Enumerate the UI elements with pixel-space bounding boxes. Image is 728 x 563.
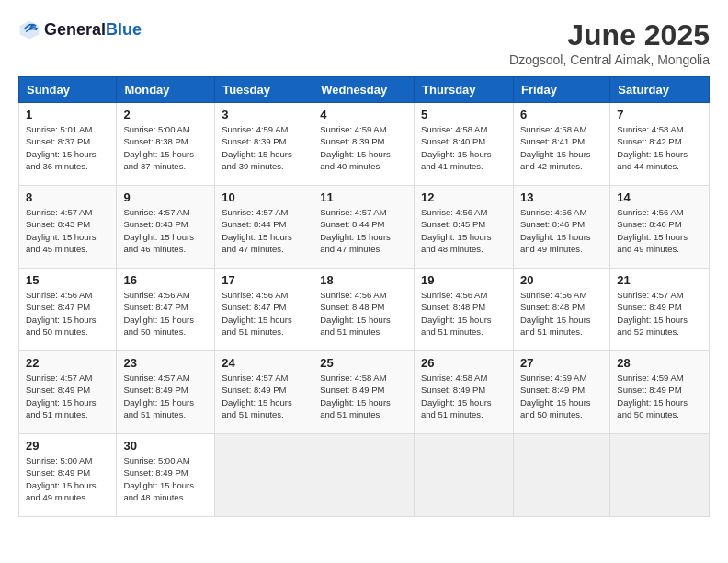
calendar-week-row: 22 Sunrise: 4:57 AM Sunset: 8:49 PM Dayl… <box>19 351 710 434</box>
calendar-cell: 12 Sunrise: 4:56 AM Sunset: 8:45 PM Dayl… <box>415 186 514 269</box>
day-number: 19 <box>421 273 506 287</box>
calendar-cell: 3 Sunrise: 4:59 AM Sunset: 8:39 PM Dayli… <box>215 103 313 186</box>
logo-general: General <box>44 20 106 39</box>
calendar-cell: 17 Sunrise: 4:56 AM Sunset: 8:47 PM Dayl… <box>215 269 313 351</box>
calendar-cell: 16 Sunrise: 4:56 AM Sunset: 8:47 PM Dayl… <box>117 269 215 351</box>
day-number: 5 <box>421 108 506 121</box>
calendar-cell: 30 Sunrise: 5:00 AM Sunset: 8:49 PM Dayl… <box>117 434 215 517</box>
calendar-cell: 26 Sunrise: 4:58 AM Sunset: 8:49 PM Dayl… <box>415 351 514 434</box>
weekday-header: Wednesday <box>313 77 415 103</box>
calendar-week-row: 15 Sunrise: 4:56 AM Sunset: 8:47 PM Dayl… <box>19 269 710 351</box>
calendar-cell: 4 Sunrise: 4:59 AM Sunset: 8:39 PM Dayli… <box>313 103 415 186</box>
calendar-cell: 15 Sunrise: 4:56 AM Sunset: 8:47 PM Dayl… <box>19 269 117 351</box>
calendar-cell <box>415 434 514 517</box>
calendar-cell: 18 Sunrise: 4:56 AM Sunset: 8:48 PM Dayl… <box>313 269 415 351</box>
calendar-table: SundayMondayTuesdayWednesdayThursdayFrid… <box>18 76 710 517</box>
day-info: Sunrise: 4:57 AM Sunset: 8:49 PM Dayligh… <box>617 289 702 338</box>
day-number: 22 <box>26 356 109 370</box>
day-number: 21 <box>617 273 702 287</box>
location-title: Dzogsool, Central Aimak, Mongolia <box>509 52 710 67</box>
weekday-header: Monday <box>117 77 215 103</box>
calendar-cell: 7 Sunrise: 4:58 AM Sunset: 8:42 PM Dayli… <box>610 103 710 186</box>
calendar-cell: 27 Sunrise: 4:59 AM Sunset: 8:49 PM Dayl… <box>513 351 609 434</box>
day-number: 3 <box>222 108 306 121</box>
day-info: Sunrise: 4:56 AM Sunset: 8:46 PM Dayligh… <box>520 206 603 255</box>
day-number: 11 <box>320 190 407 204</box>
day-number: 14 <box>617 190 702 204</box>
day-number: 1 <box>26 108 109 121</box>
logo-icon <box>18 18 40 40</box>
calendar-cell <box>313 434 415 517</box>
calendar-cell: 8 Sunrise: 4:57 AM Sunset: 8:43 PM Dayli… <box>19 186 117 269</box>
day-number: 27 <box>520 356 603 370</box>
day-info: Sunrise: 4:56 AM Sunset: 8:48 PM Dayligh… <box>320 289 407 338</box>
day-info: Sunrise: 4:57 AM Sunset: 8:49 PM Dayligh… <box>123 372 208 420</box>
day-number: 4 <box>320 108 407 121</box>
calendar-cell <box>610 434 710 517</box>
logo-blue: Blue <box>106 20 142 39</box>
calendar-cell: 24 Sunrise: 4:57 AM Sunset: 8:49 PM Dayl… <box>215 351 313 434</box>
day-number: 6 <box>520 108 603 121</box>
day-info: Sunrise: 4:58 AM Sunset: 8:41 PM Dayligh… <box>520 123 603 172</box>
day-number: 29 <box>26 439 109 453</box>
header: GeneralBlue June 2025 Dzogsool, Central … <box>18 18 710 67</box>
day-info: Sunrise: 5:00 AM Sunset: 8:38 PM Dayligh… <box>123 123 208 172</box>
day-info: Sunrise: 4:57 AM Sunset: 8:49 PM Dayligh… <box>222 372 306 420</box>
calendar-cell: 22 Sunrise: 4:57 AM Sunset: 8:49 PM Dayl… <box>19 351 117 434</box>
day-number: 20 <box>520 273 603 287</box>
day-number: 9 <box>123 190 208 204</box>
calendar-cell: 29 Sunrise: 5:00 AM Sunset: 8:49 PM Dayl… <box>19 434 117 517</box>
day-number: 12 <box>421 190 506 204</box>
day-info: Sunrise: 4:56 AM Sunset: 8:47 PM Dayligh… <box>123 289 208 338</box>
weekday-header: Friday <box>513 77 609 103</box>
calendar-cell <box>513 434 609 517</box>
day-number: 25 <box>320 356 407 370</box>
title-area: June 2025 Dzogsool, Central Aimak, Mongo… <box>509 18 710 67</box>
calendar-cell: 1 Sunrise: 5:01 AM Sunset: 8:37 PM Dayli… <box>19 103 117 186</box>
calendar-cell <box>215 434 313 517</box>
calendar-cell: 25 Sunrise: 4:58 AM Sunset: 8:49 PM Dayl… <box>313 351 415 434</box>
logo: GeneralBlue <box>18 18 142 40</box>
day-number: 8 <box>26 190 109 204</box>
calendar-cell: 6 Sunrise: 4:58 AM Sunset: 8:41 PM Dayli… <box>513 103 609 186</box>
calendar-cell: 5 Sunrise: 4:58 AM Sunset: 8:40 PM Dayli… <box>415 103 514 186</box>
day-info: Sunrise: 4:56 AM Sunset: 8:47 PM Dayligh… <box>26 289 109 338</box>
calendar-week-row: 29 Sunrise: 5:00 AM Sunset: 8:49 PM Dayl… <box>19 434 710 517</box>
day-number: 15 <box>26 273 109 287</box>
day-info: Sunrise: 4:57 AM Sunset: 8:49 PM Dayligh… <box>26 372 109 420</box>
calendar-cell: 20 Sunrise: 4:56 AM Sunset: 8:48 PM Dayl… <box>513 269 609 351</box>
logo-text: GeneralBlue <box>44 21 142 38</box>
calendar-week-row: 8 Sunrise: 4:57 AM Sunset: 8:43 PM Dayli… <box>19 186 710 269</box>
day-number: 10 <box>222 190 306 204</box>
calendar-cell: 14 Sunrise: 4:56 AM Sunset: 8:46 PM Dayl… <box>610 186 710 269</box>
weekday-header: Thursday <box>415 77 514 103</box>
day-number: 17 <box>222 273 306 287</box>
weekday-header: Saturday <box>610 77 710 103</box>
day-info: Sunrise: 5:01 AM Sunset: 8:37 PM Dayligh… <box>26 123 109 172</box>
weekday-header-row: SundayMondayTuesdayWednesdayThursdayFrid… <box>19 77 710 103</box>
weekday-header: Tuesday <box>215 77 313 103</box>
month-title: June 2025 <box>509 18 710 52</box>
day-info: Sunrise: 4:58 AM Sunset: 8:49 PM Dayligh… <box>421 372 506 420</box>
calendar-cell: 2 Sunrise: 5:00 AM Sunset: 8:38 PM Dayli… <box>117 103 215 186</box>
day-info: Sunrise: 4:59 AM Sunset: 8:49 PM Dayligh… <box>520 372 603 420</box>
day-info: Sunrise: 4:58 AM Sunset: 8:42 PM Dayligh… <box>617 123 702 172</box>
day-number: 26 <box>421 356 506 370</box>
day-number: 23 <box>123 356 208 370</box>
day-number: 30 <box>123 439 208 453</box>
day-info: Sunrise: 4:59 AM Sunset: 8:49 PM Dayligh… <box>617 372 702 420</box>
day-number: 18 <box>320 273 407 287</box>
calendar-cell: 28 Sunrise: 4:59 AM Sunset: 8:49 PM Dayl… <box>610 351 710 434</box>
day-number: 13 <box>520 190 603 204</box>
day-number: 2 <box>123 108 208 121</box>
day-info: Sunrise: 4:59 AM Sunset: 8:39 PM Dayligh… <box>222 123 306 172</box>
day-info: Sunrise: 4:56 AM Sunset: 8:47 PM Dayligh… <box>222 289 306 338</box>
day-info: Sunrise: 4:57 AM Sunset: 8:44 PM Dayligh… <box>222 206 306 255</box>
weekday-header: Sunday <box>19 77 117 103</box>
day-info: Sunrise: 4:58 AM Sunset: 8:40 PM Dayligh… <box>421 123 506 172</box>
day-info: Sunrise: 4:56 AM Sunset: 8:48 PM Dayligh… <box>421 289 506 338</box>
calendar-cell: 9 Sunrise: 4:57 AM Sunset: 8:43 PM Dayli… <box>117 186 215 269</box>
day-info: Sunrise: 4:56 AM Sunset: 8:45 PM Dayligh… <box>421 206 506 255</box>
day-info: Sunrise: 5:00 AM Sunset: 8:49 PM Dayligh… <box>26 454 109 503</box>
day-number: 16 <box>123 273 208 287</box>
